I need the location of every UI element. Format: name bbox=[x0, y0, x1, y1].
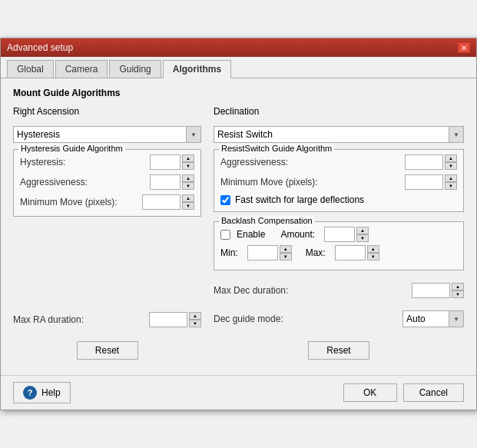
dec-algorithm-select[interactable]: Resist Switch Hysteresis LowPass LowPass… bbox=[214, 126, 464, 143]
max-dec-duration-down-button[interactable]: ▼ bbox=[452, 290, 464, 298]
backlash-amount-up-button[interactable]: ▲ bbox=[356, 227, 369, 234]
tab-algorithms[interactable]: Algorithms bbox=[163, 60, 231, 78]
hysteresis-up-button[interactable]: ▲ bbox=[182, 154, 194, 162]
max-ra-duration-label: Max RA duration: bbox=[13, 314, 149, 325]
section-title: Mount Guide Algorithms bbox=[13, 88, 464, 98]
backlash-min-input[interactable]: 20 bbox=[247, 245, 278, 261]
backlash-max-input[interactable]: 20 bbox=[335, 245, 366, 261]
dec-aggressiveness-input[interactable]: 100 bbox=[405, 154, 443, 170]
dec-aggressiveness-field-row: Aggressiveness: 100 ▲ ▼ bbox=[220, 154, 457, 170]
backlash-enable-label: Enable bbox=[237, 229, 265, 240]
dec-min-move-spinner-buttons: ▲ ▼ bbox=[445, 174, 457, 190]
fast-switch-label: Fast switch for large deflections bbox=[235, 194, 364, 205]
right-column: Declination Resist Switch Hysteresis Low… bbox=[214, 106, 464, 360]
hysteresis-spinner-buttons: ▲ ▼ bbox=[182, 154, 194, 170]
ra-min-move-field-row: Minimum Move (pixels): 0.19 ▲ ▼ bbox=[20, 194, 194, 210]
backlash-min-spinner-buttons: ▲ ▼ bbox=[280, 245, 292, 261]
hysteresis-down-button[interactable]: ▼ bbox=[182, 162, 194, 170]
window-title: Advanced setup bbox=[7, 42, 73, 53]
max-dec-duration-up-button[interactable]: ▲ bbox=[452, 283, 464, 290]
ra-min-move-input[interactable]: 0.19 bbox=[142, 194, 181, 210]
dec-guide-mode-select[interactable]: Auto None North South bbox=[402, 310, 464, 327]
backlash-amount-down-button[interactable]: ▼ bbox=[356, 234, 369, 242]
backlash-min-spinner: 20 ▲ ▼ bbox=[247, 245, 292, 261]
backlash-compensation-group: Backlash Compensation Enable Amount: 20 … bbox=[214, 221, 464, 270]
backlash-amount-label: Amount: bbox=[280, 229, 315, 240]
ra-aggressiveness-spinner-buttons: ▲ ▼ bbox=[182, 174, 194, 190]
ra-reset-button[interactable]: Reset bbox=[77, 341, 138, 360]
max-ra-duration-up-button[interactable]: ▲ bbox=[189, 312, 201, 320]
dec-algorithm-group: ResistSwitch Guide Algorithm Aggressiven… bbox=[214, 149, 464, 212]
ra-min-move-down-button[interactable]: ▼ bbox=[182, 202, 194, 210]
dec-guide-mode-dropdown-wrapper: Auto None North South ▼ bbox=[402, 310, 464, 327]
ra-aggressiveness-input[interactable]: 70 bbox=[150, 174, 181, 190]
backlash-min-up-button[interactable]: ▲ bbox=[280, 245, 292, 253]
backlash-enable-checkbox[interactable] bbox=[220, 230, 230, 240]
dec-min-move-field-row: Minimum Move (pixels): 0.19 ▲ ▼ bbox=[220, 174, 457, 190]
dialog-buttons: OK Cancel bbox=[343, 383, 464, 402]
dec-reset-row: Reset bbox=[214, 341, 464, 360]
ra-aggressiveness-up-button[interactable]: ▲ bbox=[182, 174, 194, 182]
help-button[interactable]: ? Help bbox=[13, 382, 71, 403]
left-column-title: Right Ascension bbox=[13, 106, 201, 117]
backlash-max-label: Max: bbox=[306, 247, 326, 258]
backlash-title: Backlash Compensation bbox=[219, 216, 315, 225]
help-label: Help bbox=[41, 387, 61, 398]
backlash-enable-row: Enable Amount: 20 ▲ ▼ bbox=[220, 227, 457, 242]
max-ra-duration-down-button[interactable]: ▼ bbox=[189, 320, 201, 327]
backlash-amount-input[interactable]: 20 bbox=[324, 227, 355, 242]
dec-dropdown-wrapper: Resist Switch Hysteresis LowPass LowPass… bbox=[214, 126, 464, 143]
dec-min-move-input[interactable]: 0.19 bbox=[405, 174, 443, 190]
ok-button[interactable]: OK bbox=[343, 383, 397, 402]
dec-group-title: ResistSwitch Guide Algorithm bbox=[219, 144, 334, 153]
tab-camera[interactable]: Camera bbox=[55, 60, 108, 78]
dec-reset-button[interactable]: Reset bbox=[308, 341, 369, 360]
dec-min-move-label: Minimum Move (pixels): bbox=[220, 177, 405, 187]
backlash-max-spinner-buttons: ▲ ▼ bbox=[367, 245, 379, 261]
max-ra-duration-spinner: 2500 ▲ ▼ bbox=[149, 312, 201, 327]
max-dec-duration-label: Max Dec duration: bbox=[214, 285, 412, 296]
dec-min-move-down-button[interactable]: ▼ bbox=[445, 182, 457, 190]
left-spacer bbox=[13, 223, 201, 300]
dec-aggressiveness-down-button[interactable]: ▼ bbox=[445, 162, 457, 170]
ra-reset-row: Reset bbox=[13, 341, 201, 360]
dec-aggressiveness-spinner: 100 ▲ ▼ bbox=[405, 154, 457, 170]
dec-guide-mode-row: Dec guide mode: Auto None North South ▼ bbox=[214, 310, 464, 327]
max-ra-duration-input[interactable]: 2500 bbox=[149, 312, 187, 327]
ra-algorithm-select[interactable]: Hysteresis ResistSwitch LowPass LowPass2… bbox=[13, 126, 201, 143]
tab-global[interactable]: Global bbox=[7, 60, 54, 78]
ra-min-move-up-button[interactable]: ▲ bbox=[182, 194, 194, 202]
dec-aggressiveness-up-button[interactable]: ▲ bbox=[445, 154, 457, 162]
dec-aggressiveness-label: Aggressiveness: bbox=[220, 157, 405, 168]
dec-min-move-up-button[interactable]: ▲ bbox=[445, 174, 457, 182]
title-bar: Advanced setup ✕ bbox=[1, 38, 476, 57]
max-ra-duration-spinner-buttons: ▲ ▼ bbox=[189, 312, 201, 327]
max-dec-duration-spinner: 2500 ▲ ▼ bbox=[412, 283, 464, 298]
ra-aggressiveness-down-button[interactable]: ▼ bbox=[182, 182, 194, 190]
hysteresis-input[interactable]: 10 bbox=[150, 154, 181, 170]
backlash-min-max-row: Min: 20 ▲ ▼ Max: 20 ▲ bbox=[220, 245, 457, 261]
backlash-amount-spinner: 20 ▲ ▼ bbox=[324, 227, 369, 242]
cancel-button[interactable]: Cancel bbox=[403, 383, 464, 402]
dec-min-move-spinner: 0.19 ▲ ▼ bbox=[405, 174, 457, 190]
ra-min-move-label: Minimum Move (pixels): bbox=[20, 197, 142, 207]
help-icon: ? bbox=[23, 386, 37, 400]
columns-container: Right Ascension Hysteresis ResistSwitch … bbox=[13, 106, 464, 360]
max-ra-duration-row: Max RA duration: 2500 ▲ ▼ bbox=[13, 312, 201, 327]
ra-aggressiveness-label: Aggressiveness: bbox=[20, 177, 150, 187]
ra-aggressiveness-field-row: Aggressiveness: 70 ▲ ▼ bbox=[20, 174, 194, 190]
ra-min-move-spinner: 0.19 ▲ ▼ bbox=[142, 194, 194, 210]
close-button[interactable]: ✕ bbox=[458, 42, 470, 53]
max-dec-duration-input[interactable]: 2500 bbox=[412, 283, 450, 298]
tab-guiding[interactable]: Guiding bbox=[109, 60, 161, 78]
hysteresis-field-row: Hysteresis: 10 ▲ ▼ bbox=[20, 154, 194, 170]
backlash-max-down-button[interactable]: ▼ bbox=[367, 253, 379, 261]
right-column-title: Declination bbox=[214, 106, 464, 117]
max-dec-duration-row: Max Dec duration: 2500 ▲ ▼ bbox=[214, 283, 464, 298]
dec-guide-mode-label: Dec guide mode: bbox=[214, 314, 402, 324]
backlash-max-up-button[interactable]: ▲ bbox=[367, 245, 379, 253]
backlash-min-down-button[interactable]: ▼ bbox=[280, 253, 292, 261]
backlash-min-label: Min: bbox=[220, 247, 238, 258]
fast-switch-checkbox[interactable] bbox=[220, 195, 230, 205]
tab-bar: Global Camera Guiding Algorithms bbox=[1, 57, 476, 78]
